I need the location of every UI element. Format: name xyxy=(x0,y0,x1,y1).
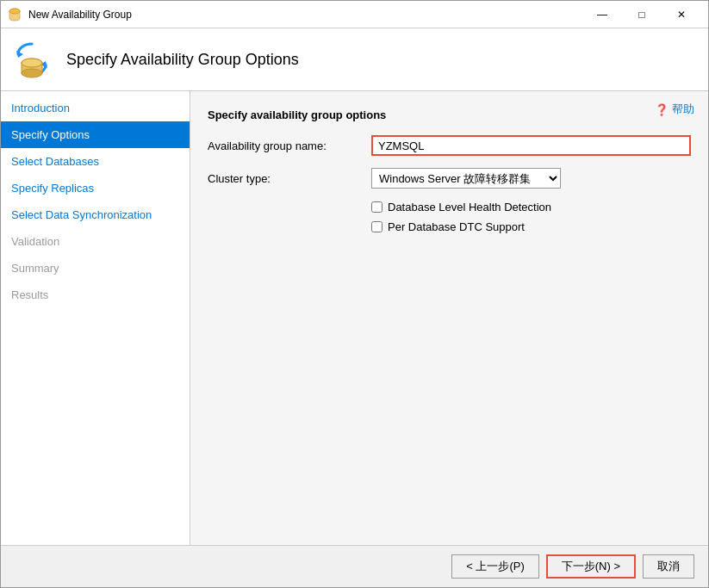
checkbox-db-health-row: Database Level Health Detection xyxy=(371,201,691,214)
maximize-button[interactable]: □ xyxy=(622,1,662,28)
dialog-header: Specify Availability Group Options xyxy=(1,28,708,91)
dialog-title: Specify Availability Group Options xyxy=(66,51,299,69)
sidebar-item-select-databases[interactable]: Select Databases xyxy=(1,148,190,175)
sidebar-item-specify-replicas[interactable]: Specify Replicas xyxy=(1,175,190,201)
svg-point-1 xyxy=(9,9,20,14)
svg-marker-2 xyxy=(16,51,23,58)
close-button[interactable]: ✕ xyxy=(662,1,701,28)
ag-name-label: Availability group name: xyxy=(208,139,371,152)
help-label: 帮助 xyxy=(672,102,694,117)
svg-point-7 xyxy=(22,59,42,67)
sidebar-item-summary: Summary xyxy=(1,255,190,282)
db-health-checkbox[interactable] xyxy=(371,201,382,213)
sidebar-item-validation: Validation xyxy=(1,228,190,255)
title-bar-controls: — □ ✕ xyxy=(582,1,701,28)
sidebar: Introduction Specify Options Select Data… xyxy=(1,91,190,545)
sidebar-item-results: Results xyxy=(1,282,190,308)
ag-name-input[interactable] xyxy=(371,135,691,156)
svg-point-6 xyxy=(22,69,42,77)
cluster-type-label: Cluster type: xyxy=(208,172,371,185)
ag-name-row: Availability group name: xyxy=(208,135,691,156)
dtc-support-label[interactable]: Per Database DTC Support xyxy=(388,220,525,233)
dialog-footer: < 上一步(P) 下一步(N) > 取消 xyxy=(1,545,708,587)
section-title: Specify availability group options xyxy=(208,108,691,121)
back-button[interactable]: < 上一步(P) xyxy=(451,554,539,579)
header-icon xyxy=(11,39,53,80)
main-window: New Availability Group — □ ✕ Specify Ava… xyxy=(0,0,709,588)
sidebar-item-specify-options[interactable]: Specify Options xyxy=(1,121,190,148)
window-title: New Availability Group xyxy=(28,9,582,21)
cancel-button[interactable]: 取消 xyxy=(643,554,694,579)
title-bar: New Availability Group — □ ✕ xyxy=(1,1,708,28)
next-button[interactable]: 下一步(N) > xyxy=(546,554,636,579)
main-content: Introduction Specify Options Select Data… xyxy=(1,91,708,545)
minimize-button[interactable]: — xyxy=(582,1,622,28)
db-health-label[interactable]: Database Level Health Detection xyxy=(388,201,551,214)
sidebar-item-select-data-sync[interactable]: Select Data Synchronization xyxy=(1,201,190,228)
checkbox-dtc-row: Per Database DTC Support xyxy=(371,220,691,233)
content-area: ❓ 帮助 Specify availability group options … xyxy=(190,91,708,545)
help-icon: ❓ xyxy=(655,103,669,116)
window-icon xyxy=(8,8,22,22)
sidebar-item-introduction[interactable]: Introduction xyxy=(1,95,190,121)
dtc-support-checkbox[interactable] xyxy=(371,221,382,232)
cluster-type-row: Cluster type: Windows Server 故障转移群集 NONE… xyxy=(208,168,691,189)
cluster-type-select[interactable]: Windows Server 故障转移群集 NONE External xyxy=(371,168,561,189)
help-link[interactable]: ❓ 帮助 xyxy=(655,102,694,117)
